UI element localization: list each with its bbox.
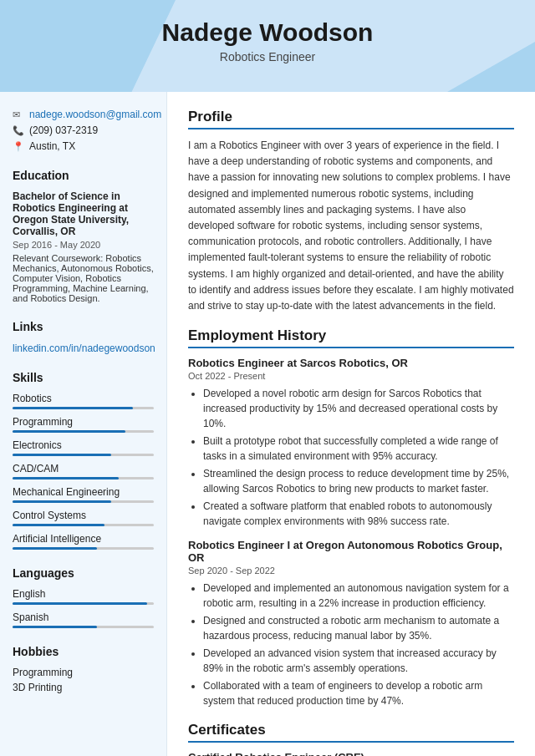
main-layout: ✉ nadege.woodson@gmail.com 📞 (209) 037-2… bbox=[0, 92, 535, 756]
main-content: Profile I am a Robotics Engineer with ov… bbox=[167, 92, 535, 756]
sidebar: ✉ nadege.woodson@gmail.com 📞 (209) 037-2… bbox=[0, 92, 167, 756]
skill-bar-bg bbox=[13, 547, 154, 550]
language-bar-bg bbox=[13, 602, 154, 605]
linkedin-link[interactable]: linkedin.com/in/nadegewoodson bbox=[13, 342, 155, 354]
skills-section: Skills Robotics Programming Electronics … bbox=[13, 371, 154, 550]
job-bullets: Developed and implemented an autonomous … bbox=[188, 581, 514, 708]
language-bar-fill bbox=[13, 602, 147, 605]
skill-name: Programming bbox=[13, 416, 154, 428]
email-item: ✉ nadege.woodson@gmail.com bbox=[13, 109, 154, 120]
phone-number: (209) 037-2319 bbox=[29, 124, 98, 136]
language-item: English bbox=[13, 588, 154, 605]
cert-name: Certified Robotics Engineer (CRE) bbox=[188, 751, 514, 756]
job-bullet: Streamlined the design process to reduce… bbox=[203, 466, 514, 496]
header: Nadege Woodson Robotics Engineer bbox=[0, 0, 535, 92]
location-icon: 📍 bbox=[13, 141, 24, 152]
candidate-title: Robotics Engineer bbox=[0, 50, 535, 63]
languages-container: English Spanish bbox=[13, 588, 154, 628]
job-bullet: Built a prototype robot that successfull… bbox=[203, 434, 514, 464]
job-bullet: Developed a novel robotic arm design for… bbox=[203, 386, 514, 431]
profile-text: I am a Robotics Engineer with over 3 yea… bbox=[188, 138, 514, 314]
languages-section: Languages English Spanish bbox=[13, 566, 154, 628]
language-name: Spanish bbox=[13, 611, 154, 623]
job-bullets: Developed a novel robotic arm design for… bbox=[188, 386, 514, 529]
profile-section-title: Profile bbox=[188, 109, 514, 129]
email-link[interactable]: nadege.woodson@gmail.com bbox=[29, 109, 161, 120]
job-date: Sep 2020 - Sep 2022 bbox=[188, 566, 514, 576]
skill-item: Control Systems bbox=[13, 510, 154, 526]
education-degree: Bachelor of Science in Robotics Engineer… bbox=[13, 190, 154, 237]
language-item: Spanish bbox=[13, 611, 154, 628]
skill-item: CAD/CAM bbox=[13, 463, 154, 479]
skill-item: Mechanical Engineering bbox=[13, 486, 154, 503]
languages-title: Languages bbox=[13, 566, 154, 580]
skill-bar-bg bbox=[13, 407, 154, 409]
skills-title: Skills bbox=[13, 371, 154, 384]
language-bar-bg bbox=[13, 626, 154, 628]
job-entry: Robotics Engineer at Sarcos Robotics, OR… bbox=[188, 357, 514, 529]
location-item: 📍 Austin, TX bbox=[13, 140, 154, 152]
hobbies-container: Programming3D Printing bbox=[13, 667, 154, 693]
skill-bar-fill bbox=[13, 430, 125, 433]
phone-item: 📞 (209) 037-2319 bbox=[13, 124, 154, 136]
education-section: Education Bachelor of Science in Robotic… bbox=[13, 169, 154, 303]
skill-bar-bg bbox=[13, 454, 154, 456]
candidate-name: Nadege Woodson bbox=[0, 18, 535, 47]
skill-bar-bg bbox=[13, 430, 154, 433]
skill-bar-fill bbox=[13, 500, 111, 503]
skill-bar-fill bbox=[13, 407, 133, 409]
job-bullet: Designed and constructed a robotic arm m… bbox=[203, 613, 514, 643]
location-text: Austin, TX bbox=[29, 140, 75, 152]
language-bar-fill bbox=[13, 626, 97, 628]
skill-name: Robotics bbox=[13, 393, 154, 404]
hobby-item: Programming bbox=[13, 667, 154, 678]
email-icon: ✉ bbox=[13, 109, 24, 120]
skill-bar-bg bbox=[13, 500, 154, 503]
skill-bar-fill bbox=[13, 524, 104, 526]
job-bullet: Collaborated with a team of engineers to… bbox=[203, 678, 514, 708]
job-bullet: Developed and implemented an autonomous … bbox=[203, 581, 514, 611]
job-bullet: Created a software platform that enabled… bbox=[203, 499, 514, 529]
certificates-section-title: Certificates bbox=[188, 722, 514, 743]
job-title: Robotics Engineer I at Oregon Autonomous… bbox=[188, 539, 514, 564]
skill-item: Artificial Intelligence bbox=[13, 533, 154, 550]
skill-name: CAD/CAM bbox=[13, 463, 154, 474]
hobbies-section: Hobbies Programming3D Printing bbox=[13, 645, 154, 693]
skill-bar-bg bbox=[13, 477, 154, 479]
courses-label: Relevant Coursework: bbox=[13, 253, 103, 263]
certificate-item: Certified Robotics Engineer (CRE) May 20… bbox=[188, 751, 514, 756]
job-date: Oct 2022 - Present bbox=[188, 371, 514, 381]
skills-container: Robotics Programming Electronics CAD/CAM… bbox=[13, 393, 154, 550]
skill-name: Mechanical Engineering bbox=[13, 486, 154, 498]
phone-icon: 📞 bbox=[13, 125, 24, 136]
hobby-item: 3D Printing bbox=[13, 682, 154, 693]
skill-item: Electronics bbox=[13, 439, 154, 456]
employment-container: Robotics Engineer at Sarcos Robotics, OR… bbox=[188, 357, 514, 708]
job-title: Robotics Engineer at Sarcos Robotics, OR bbox=[188, 357, 514, 369]
hobbies-title: Hobbies bbox=[13, 645, 154, 658]
skill-name: Electronics bbox=[13, 439, 154, 451]
skill-name: Artificial Intelligence bbox=[13, 533, 154, 545]
education-title: Education bbox=[13, 169, 154, 182]
employment-section-title: Employment History bbox=[188, 327, 514, 348]
header-content: Nadege Woodson Robotics Engineer bbox=[0, 18, 535, 63]
skill-name: Control Systems bbox=[13, 510, 154, 521]
links-title: Links bbox=[13, 320, 154, 333]
contact-section: ✉ nadege.woodson@gmail.com 📞 (209) 037-2… bbox=[13, 109, 154, 152]
skill-item: Robotics bbox=[13, 393, 154, 409]
education-date: Sep 2016 - May 2020 bbox=[13, 240, 154, 250]
skill-bar-fill bbox=[13, 477, 119, 479]
job-bullet: Developed an advanced vision system that… bbox=[203, 646, 514, 676]
education-courses: Relevant Coursework: Robotics Mechanics,… bbox=[13, 253, 154, 303]
certificates-container: Certified Robotics Engineer (CRE) May 20… bbox=[188, 751, 514, 756]
language-name: English bbox=[13, 588, 154, 600]
links-section: Links linkedin.com/in/nadegewoodson bbox=[13, 320, 154, 354]
skill-bar-bg bbox=[13, 524, 154, 526]
job-entry: Robotics Engineer I at Oregon Autonomous… bbox=[188, 539, 514, 708]
skill-bar-fill bbox=[13, 454, 111, 456]
skill-item: Programming bbox=[13, 416, 154, 433]
skill-bar-fill bbox=[13, 547, 97, 550]
